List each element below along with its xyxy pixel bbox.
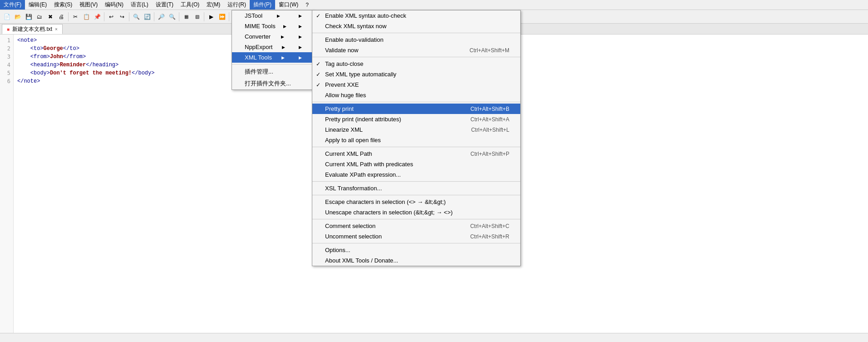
- xml-check-syntax-label: Check XML syntax now: [325, 23, 386, 30]
- jstool-arrow: ▶: [277, 14, 280, 18]
- plugins-menu: JSTool ▶ MIME Tools ▶ Converter ▶ NppExp…: [232, 10, 313, 90]
- menu-view[interactable]: 视图(V): [76, 0, 101, 10]
- toolbar-print[interactable]: 🖨: [56, 12, 66, 22]
- menu-edit[interactable]: 编辑(E): [25, 0, 50, 10]
- menu-item-mime-tools[interactable]: MIME Tools ▶: [232, 21, 313, 31]
- toolbar-zoom-in[interactable]: 🔎: [156, 12, 166, 22]
- menu-file[interactable]: 文件(F): [0, 0, 25, 10]
- xml-menu-current-path[interactable]: Current XML Path Ctrl+Alt+Shift+P: [312, 149, 520, 159]
- toolbar-save[interactable]: 💾: [24, 12, 34, 22]
- xml-set-xml-type-label: Set XML type automatically: [325, 71, 396, 78]
- toolbar-find[interactable]: 🔍: [131, 12, 141, 22]
- xml-pretty-print-label: Pretty print: [325, 105, 354, 112]
- converter-arrow: ▶: [281, 35, 284, 39]
- xml-enable-syntax-label: Enable XML syntax auto-check: [325, 12, 406, 19]
- separator-5: [179, 12, 179, 21]
- xml-menu-about[interactable]: About XML Tools / Donate...: [312, 255, 520, 266]
- menu-run[interactable]: 运行(R): [224, 0, 250, 10]
- xml-menu-current-path-predicates[interactable]: Current XML Path with predicates: [312, 159, 520, 169]
- xml-about-label: About XML Tools / Donate...: [325, 257, 398, 264]
- menu-plugins[interactable]: 插件(P): [250, 0, 275, 10]
- xml-menu-options[interactable]: Options...: [312, 245, 520, 255]
- toolbar-replace[interactable]: 🔄: [142, 12, 152, 22]
- xml-menu-validate-now[interactable]: Validate now Ctrl+Alt+Shift+M: [312, 45, 520, 55]
- xml-menu-pretty-print-indent[interactable]: Pretty print (indent attributes) Ctrl+Al…: [312, 114, 520, 124]
- xml-pretty-print-indent-shortcut: Ctrl+Alt+Shift+A: [470, 116, 509, 123]
- toolbar-open[interactable]: 📂: [13, 12, 23, 22]
- toolbar-macro1[interactable]: ▦: [181, 12, 191, 22]
- tab-file-label: 新建文本文档.txt: [12, 25, 52, 33]
- xml-menu-comment-selection[interactable]: Comment selection Ctrl+Alt+Shift+C: [312, 221, 520, 231]
- xml-unescape-label: Unescape characters in selection (&lt;&g…: [325, 209, 453, 216]
- menu-settings[interactable]: 设置(T): [152, 0, 177, 10]
- xml-menu-unescape[interactable]: Unescape characters in selection (&lt;&g…: [312, 207, 520, 218]
- separator-4: [154, 12, 154, 21]
- toolbar-save-all[interactable]: 🗂: [35, 12, 44, 22]
- xml-menu-allow-huge-files[interactable]: Allow huge files: [312, 90, 520, 100]
- xml-validate-now-shortcut: Ctrl+Alt+Shift+M: [469, 47, 509, 54]
- xml-linearize-label: Linearize XML: [325, 126, 363, 133]
- line-num-1: 1: [3, 36, 10, 45]
- xml-menu-tag-auto-close[interactable]: Tag auto-close: [312, 59, 520, 69]
- line-num-3: 3: [3, 53, 10, 61]
- xml-sep-2: [312, 57, 520, 57]
- xml-menu-apply-all[interactable]: Apply to all open files: [312, 135, 520, 145]
- menu-search[interactable]: 搜索(S): [50, 0, 76, 10]
- toolbar-close[interactable]: ✖: [45, 12, 55, 22]
- menu-macro[interactable]: 宏(M): [203, 0, 224, 10]
- separator-1: [68, 12, 69, 21]
- tab-file-icon: ■: [7, 27, 10, 32]
- tab-close-btn[interactable]: ×: [55, 27, 58, 32]
- menu-item-nppexport[interactable]: NppExport ▶: [232, 42, 313, 52]
- xml-tools-submenu: Enable XML syntax auto-check Check XML s…: [312, 10, 521, 266]
- xml-current-path-shortcut: Ctrl+Alt+Shift+P: [470, 151, 509, 157]
- xml-menu-linearize[interactable]: Linearize XML Ctrl+Alt+Shift+L: [312, 124, 520, 135]
- menu-tools[interactable]: 工具(O): [177, 0, 203, 10]
- xml-pretty-print-shortcut: Ctrl+Alt+Shift+B: [470, 106, 509, 112]
- xml-menu-enable-auto-validation[interactable]: Enable auto-validation: [312, 35, 520, 45]
- toolbar-cut[interactable]: ✂: [70, 12, 80, 22]
- toolbar-copy[interactable]: 📋: [81, 12, 91, 22]
- menu-language[interactable]: 语言(L): [127, 0, 152, 10]
- xml-escape-label: Escape characters in selection (<> → &lt…: [325, 198, 446, 205]
- line-num-4: 4: [3, 61, 10, 69]
- toolbar-macro2[interactable]: ▧: [192, 12, 202, 22]
- xml-menu-check-syntax-now[interactable]: Check XML syntax now: [312, 21, 520, 31]
- xml-apply-all-label: Apply to all open files: [325, 137, 381, 144]
- separator-3: [129, 12, 129, 21]
- menu-item-open-plugin-folder[interactable]: 打开插件文件夹...: [232, 78, 313, 89]
- toolbar-zoom-out[interactable]: 🔍: [167, 12, 177, 22]
- toolbar-undo[interactable]: ↩: [106, 12, 116, 22]
- tab-file[interactable]: ■ 新建文本文档.txt ×: [2, 24, 63, 34]
- menu-item-jstool[interactable]: JSTool ▶: [232, 10, 313, 21]
- xml-pretty-print-indent-label: Pretty print (indent attributes): [325, 116, 401, 123]
- menu-window[interactable]: 窗口(W): [275, 0, 302, 10]
- menu-item-jstool-label: JSTool: [245, 12, 262, 19]
- toolbar-paste[interactable]: 📌: [92, 12, 102, 22]
- xml-menu-pretty-print[interactable]: Pretty print Ctrl+Alt+Shift+B: [312, 104, 520, 114]
- toolbar-run[interactable]: ▶: [206, 12, 216, 22]
- xml-menu-uncomment-selection[interactable]: Uncomment selection Ctrl+Alt+Shift+R: [312, 231, 520, 242]
- toolbar-run2[interactable]: ⏩: [217, 12, 227, 22]
- toolbar-redo[interactable]: ↪: [117, 12, 127, 22]
- xml-xsl-transform-label: XSL Transformation...: [325, 185, 382, 192]
- separator-7: [229, 12, 229, 21]
- menu-help[interactable]: ?: [302, 1, 312, 9]
- xml-linearize-shortcut: Ctrl+Alt+Shift+L: [471, 127, 509, 133]
- menu-item-open-plugin-folder-label: 打开插件文件夹...: [245, 79, 291, 88]
- xml-menu-prevent-xxe[interactable]: Prevent XXE: [312, 79, 520, 90]
- xml-tag-auto-close-label: Tag auto-close: [325, 60, 364, 67]
- xml-menu-xsl-transform[interactable]: XSL Transformation...: [312, 183, 520, 193]
- menu-item-xml-tools[interactable]: XML Tools ▶: [232, 52, 313, 63]
- xml-menu-set-xml-type[interactable]: Set XML type automatically: [312, 69, 520, 79]
- xml-menu-evaluate-xpath[interactable]: Evaluate XPath expression...: [312, 169, 520, 180]
- xml-menu-enable-syntax-check[interactable]: Enable XML syntax auto-check: [312, 10, 520, 21]
- xml-comment-selection-label: Comment selection: [325, 223, 375, 229]
- toolbar-new[interactable]: 📄: [2, 12, 12, 22]
- xml-options-label: Options...: [325, 247, 350, 253]
- menu-item-plugin-manager[interactable]: 插件管理...: [232, 66, 313, 78]
- menu-item-converter[interactable]: Converter ▶: [232, 31, 313, 42]
- xml-menu-escape[interactable]: Escape characters in selection (<> → &lt…: [312, 197, 520, 207]
- menu-encoding[interactable]: 编码(N): [101, 0, 127, 10]
- line-num-2: 2: [3, 45, 10, 53]
